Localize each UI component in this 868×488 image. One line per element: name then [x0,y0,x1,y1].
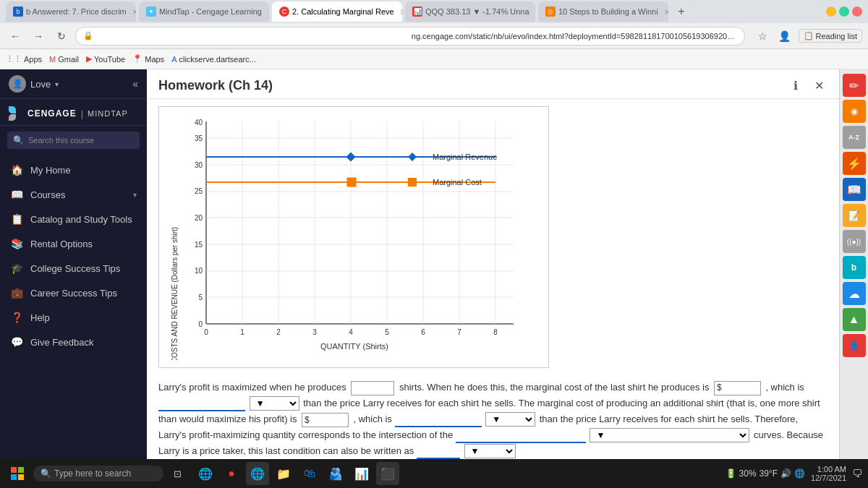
sidebar-collapse-button[interactable]: « [132,78,138,90]
svg-text:15: 15 [195,241,203,249]
svg-text:6: 6 [421,328,425,336]
close-content-button[interactable]: ✕ [810,77,827,94]
pencil-button[interactable]: ✏ [843,74,866,97]
battery-icon: 🔋 [726,468,736,479]
tab-2-close[interactable]: ✕ [268,8,269,16]
dropdown-3[interactable]: ▼ marginal cost and marginal revenue sup… [590,428,749,442]
close-button[interactable] [852,7,862,17]
sidebar-item-help[interactable]: ❓ Help [0,305,147,330]
search-icon: 🔍 [13,135,24,145]
bookmark-gmail[interactable]: M Gmail [49,55,79,64]
mc-value-input[interactable] [722,383,758,393]
address-bar[interactable]: 🔒 ng.cengage.com/static/nb/ui/evo/index.… [75,27,745,46]
rss-button[interactable]: ◉ [843,100,866,123]
az-button[interactable]: A-Z [843,126,866,149]
svg-text:0: 0 [198,320,203,328]
sidebar-item-home[interactable]: 🏠 My Home [0,158,147,182]
user-dropdown-icon: ▾ [55,80,59,88]
chart-container: COSTS AND REVENUE (Dollars per shirt) [158,106,549,368]
task-view-button[interactable]: ⊡ [168,464,187,483]
notification-icon[interactable]: 🗨 [852,468,862,479]
taskbar-app-teams[interactable]: 🫂 [324,462,347,485]
temp-label: 39°F [760,468,778,479]
maps-button[interactable]: ▲ [843,308,866,331]
bookmark-maps[interactable]: 📍 Maps [132,54,164,64]
svg-rect-44 [18,467,24,473]
svg-text:5: 5 [198,294,203,301]
windows-icon [11,467,24,480]
wifi-button[interactable]: ((●)) [843,230,866,253]
dropdown-2[interactable]: ▼ less greater equal [485,412,535,427]
clock-time: 1:00 AM [811,465,846,474]
user-menu[interactable]: 👤 Love ▾ [9,75,59,93]
bookmark-youtube[interactable]: ▶ YouTube [86,54,125,64]
bookmark-apps[interactable]: ⋮⋮ Apps [6,54,42,64]
title-bar: b b Answered: 7. Price discrim ✕ ✦ MindT… [0,0,868,23]
close-icon: ✕ [814,79,824,93]
logo-divider: | [81,108,83,119]
college-icon: 🎓 [10,262,23,274]
berge-button[interactable]: b [843,256,866,279]
sidebar-nav: 🏠 My Home 📖 Courses ▾ 📋 Catalog and Stud… [0,155,147,459]
sidebar-item-courses[interactable]: 📖 Courses ▾ [0,182,147,207]
right-icon-bar: ✏ ◉ A-Z ⚡ 📖 📝 ((●)) b ☁ ▲ 👤 [839,69,868,459]
start-button[interactable] [6,462,29,485]
cloud-button[interactable]: ☁ [843,282,866,305]
taskbar-app-chrome[interactable]: ● [220,462,243,485]
sidebar-item-rental[interactable]: 📚 Rental Options [0,231,147,256]
tab-5-close[interactable]: ✕ [664,8,668,16]
dollar-input-2[interactable]: $ [302,413,349,427]
star-button[interactable]: ☆ [754,27,773,46]
sidebar-item-catalog[interactable]: 📋 Catalog and Study Tools [0,207,147,231]
maximize-button[interactable] [839,7,849,17]
svg-rect-45 [11,474,17,480]
taskbar-search-icon: 🔍 [41,468,51,479]
problem-text-3: , which is [765,382,804,393]
tab-1-favicon: b [13,7,23,17]
tab-3-close[interactable]: ✕ [400,8,402,16]
profile-button[interactable]: 👤 [775,27,794,46]
back-button[interactable]: ← [6,27,25,46]
clock-date: 12/7/2021 [811,474,846,482]
taskbar-app-other2[interactable]: ⬛ [376,462,399,485]
taskbar-app-edge2[interactable]: 🌐 [246,462,269,485]
mc-additional-input[interactable] [310,415,346,425]
book-button[interactable]: 📖 [843,178,866,201]
tab-4[interactable]: 📊 QQQ 383.13 ▼ -1.74% Unna ✕ [405,1,535,22]
info-button[interactable]: ℹ [787,77,804,94]
last-button[interactable]: 👤 [843,334,866,357]
tab-5[interactable]: ◎ 10 Steps to Building a Winni ✕ [538,1,668,22]
volume-icon: 🔊 [780,468,791,479]
tab-1-close[interactable]: ✕ [132,8,136,16]
quantity-input[interactable] [351,381,394,395]
dollar-input-1[interactable]: $ [714,381,761,395]
sidebar-item-feedback[interactable]: 💬 Give Feedback [0,330,147,354]
sidebar-item-career[interactable]: 💼 Career Success Tips [0,281,147,305]
svg-text:7: 7 [457,328,461,336]
forward-button[interactable]: → [29,27,48,46]
sidebar-search[interactable]: 🔍 Search this course [7,132,140,149]
note-button[interactable]: 📝 [843,204,866,227]
taskbar-system-icons: 🔋 30% 39°F 🔊 🌐 [726,468,806,479]
dropdown-4[interactable]: ▼ P = MC P = MR [464,444,516,458]
bolt-button[interactable]: ⚡ [843,152,866,175]
minimize-button[interactable] [826,7,836,17]
svg-text:1: 1 [240,328,244,336]
bookmark-click[interactable]: A clickserve.dartsearc... [171,55,256,64]
tab-2[interactable]: ✦ MindTap - Cengage Learning ✕ [139,1,269,22]
new-tab-button[interactable]: + [671,1,692,22]
reading-list-button[interactable]: 📋 Reading list [799,29,862,43]
taskbar-search-box[interactable]: 🔍 Type here to search [33,466,163,481]
mindtap-label: MINDTAP [88,109,128,118]
taskbar-app-other[interactable]: 📊 [350,462,373,485]
taskbar-app-edge[interactable]: 🌐 [194,462,217,485]
apps-label: Apps [24,55,42,64]
taskbar-app-store[interactable]: 🛍 [298,462,321,485]
taskbar-app-file[interactable]: 📁 [272,462,295,485]
dropdown-1[interactable]: ▼ less greater equal [250,396,299,411]
tab-4-label: QQQ 383.13 ▼ -1.74% Unna [425,7,529,16]
tab-3[interactable]: C 2. Calculating Marginal Reve ✕ [272,1,402,22]
sidebar-item-college[interactable]: 🎓 College Success Tips [0,256,147,281]
reload-button[interactable]: ↻ [52,27,71,46]
tab-1[interactable]: b b Answered: 7. Price discrim ✕ [6,1,136,22]
